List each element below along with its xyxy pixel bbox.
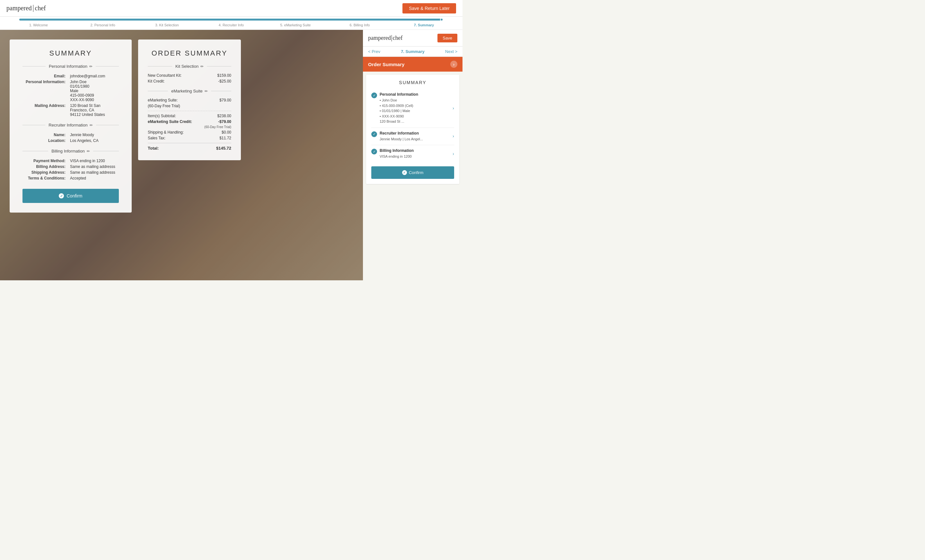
shipping-row: Shipping & Handling: $0.00: [148, 130, 231, 134]
sidebar-billing-section: Billing Information VISA ending in 1200 …: [371, 145, 454, 163]
emarketing-trial-row: (60-Day Free Trial): [148, 104, 231, 108]
save-return-button[interactable]: Save & Return Later: [402, 3, 456, 14]
logo-chef-text: chef: [35, 5, 45, 12]
cards-container: SUMMARY Personal Information ✏ Email: jo…: [0, 30, 363, 222]
billing-edit-icon[interactable]: ✏: [87, 149, 90, 154]
email-row: Email: johndoe@gmail.com: [23, 73, 119, 79]
top-header: pampered chef Save & Return Later: [0, 0, 462, 17]
personal-edit-icon[interactable]: ✏: [89, 64, 92, 69]
progress-steps: 1. Welcome 2. Personal Info 3. Kit Selec…: [6, 23, 456, 27]
sidebar-confirm-check-icon: ✓: [402, 170, 407, 175]
summary-title: SUMMARY: [23, 49, 119, 57]
kit-edit-icon[interactable]: ✏: [200, 64, 203, 69]
payment-method-label: Payment Method:: [23, 158, 69, 164]
kit-price-label: New Consultant Kit:: [148, 73, 181, 78]
recruiter-edit-icon[interactable]: ✏: [90, 123, 93, 128]
sidebar-header: pampered chef Save: [363, 30, 462, 47]
sidebar-confirm-btn-label: Confirm: [409, 170, 423, 175]
billing-section-divider: Billing Information ✏: [23, 149, 119, 154]
recruiter-name-value: Jennie Moody: [69, 132, 119, 138]
emarketing-edit-icon[interactable]: ✏: [205, 89, 208, 93]
payment-method-row: Payment Method: VISA ending in 1200: [23, 158, 119, 164]
personal-section-label: Personal Information: [49, 64, 87, 69]
sidebar-personal-section: Personal Information • John Doe • 415-00…: [371, 89, 454, 128]
recruiter-location-label: Location:: [23, 138, 69, 143]
step-billing[interactable]: 6. Billing Info: [328, 23, 392, 27]
order-divider: [148, 111, 231, 111]
kit-section-label: Kit Selection: [175, 64, 199, 69]
billing-check-icon: [371, 149, 377, 154]
shipping-address-row: Shipping Address: Same as mailing addres…: [23, 170, 119, 175]
progress-fill: [19, 19, 443, 21]
sidebar-billing-left: Billing Information VISA ending in 1200: [371, 148, 452, 159]
main-content: SUMMARY Personal Information ✏ Email: jo…: [0, 30, 363, 280]
step-kit[interactable]: 3. Kit Selection: [135, 23, 199, 27]
personal-phone: 415-000-0909: [70, 93, 94, 98]
emarketing-price-value: $79.00: [219, 98, 231, 102]
personal-section-info: Personal Information • John Doe • 415-00…: [380, 92, 452, 124]
recruiter-section-heading: Recruiter Information ✏: [48, 123, 92, 128]
terms-value: Accepted: [69, 175, 119, 181]
confirm-check-icon: ✓: [59, 193, 64, 199]
sidebar-save-button[interactable]: Save: [437, 34, 457, 42]
personal-chevron-icon[interactable]: ›: [452, 105, 454, 111]
logo-text: pampered: [6, 5, 32, 12]
mailing-street: 120 Broad St San Francisco, CA: [70, 103, 101, 112]
progress-dot: [440, 18, 443, 21]
sidebar-current-step: 7. Summary: [401, 49, 425, 54]
kit-price-value: $159.00: [217, 73, 231, 78]
recruiter-section-divider: Recruiter Information ✏: [23, 123, 119, 128]
personal-detail-dob: • 01/01/1980 | Male: [380, 109, 410, 113]
payment-method-value: VISA ending in 1200: [69, 158, 119, 164]
credit-value: -$79.00: [218, 119, 231, 124]
sidebar-nav: < Prev 7. Summary Next >: [363, 47, 462, 57]
shipping-label: Shipping & Handling:: [148, 130, 184, 134]
credit-note: (60-Day Free Trial): [148, 125, 231, 129]
credit-label: eMarketing Suite Credit:: [148, 119, 192, 124]
order-summary-title: ORDER SUMMARY: [148, 49, 231, 57]
billing-section-info: Billing Information VISA ending in 1200: [380, 148, 452, 159]
progress-section: 1. Welcome 2. Personal Info 3. Kit Selec…: [0, 17, 462, 30]
sidebar-recruiter-section: Recruiter Information Jennie Moody | Los…: [371, 128, 454, 146]
sidebar-billing-detail: VISA ending in 1200: [380, 154, 452, 159]
personal-detail-address: 120 Broad St ...: [380, 119, 404, 123]
recruiter-section-info: Recruiter Information Jennie Moody | Los…: [380, 131, 452, 142]
sidebar-confirm-button[interactable]: ✓ Confirm: [371, 166, 454, 179]
tax-value: $11.72: [219, 136, 231, 140]
recruiter-location-value: Los Angeles, CA: [69, 138, 119, 143]
subtotal-label: Item(s) Subtotal:: [148, 114, 176, 118]
sidebar-prev-button[interactable]: < Prev: [368, 49, 380, 54]
personal-info-label: Personal Information:: [23, 79, 69, 103]
emarketing-price-label: eMarketing Suite:: [148, 98, 178, 102]
emarketing-section-heading: eMarketing Suite ✏: [171, 89, 208, 93]
recruiter-chevron-icon[interactable]: ›: [452, 133, 454, 139]
personal-info-row: Personal Information: John Doe 01/01/198…: [23, 79, 119, 103]
recruiter-section-label: Recruiter Information: [48, 123, 87, 128]
confirm-button[interactable]: ✓ Confirm: [23, 189, 119, 203]
billing-chevron-icon[interactable]: ›: [452, 151, 454, 157]
step-personal[interactable]: 2. Personal Info: [71, 23, 135, 27]
total-label: Total:: [148, 146, 159, 151]
kit-divider-left: [148, 66, 172, 66]
recruiter-info-table: Name: Jennie Moody Location: Los Angeles…: [23, 132, 119, 143]
personal-dob: 01/01/1980: [70, 84, 89, 89]
step-summary[interactable]: 7. Summary: [392, 23, 456, 27]
personal-section-divider: Personal Information ✏: [23, 64, 119, 69]
sidebar-next-button[interactable]: Next >: [445, 49, 457, 54]
kit-credit-label: Kit Credit:: [148, 79, 165, 83]
order-summary-header-label: Order Summary: [368, 62, 404, 67]
sidebar-order-summary-header: Order Summary ›: [363, 57, 462, 72]
billing-address-row: Billing Address: Same as mailing address…: [23, 164, 119, 170]
kit-price-row: New Consultant Kit: $159.00: [148, 73, 231, 78]
step-recruiter[interactable]: 4. Recruiter Info: [199, 23, 264, 27]
progress-track: [19, 19, 443, 21]
terms-label: Terms & Conditions:: [23, 175, 69, 181]
personal-info-table: Email: johndoe@gmail.com Personal Inform…: [23, 73, 119, 117]
summary-card: SUMMARY Personal Information ✏ Email: jo…: [10, 39, 132, 212]
step-emarketing[interactable]: 5. eMarketing Suite: [264, 23, 328, 27]
personal-ssn: XXX-XX-9090: [70, 98, 94, 102]
sidebar-personal-title: Personal Information: [380, 92, 452, 97]
recruiter-location-row: Location: Los Angeles, CA: [23, 138, 119, 143]
personal-info-value: John Doe 01/01/1980 Male 415-000-0909 XX…: [69, 79, 119, 103]
step-welcome[interactable]: 1. Welcome: [6, 23, 71, 27]
